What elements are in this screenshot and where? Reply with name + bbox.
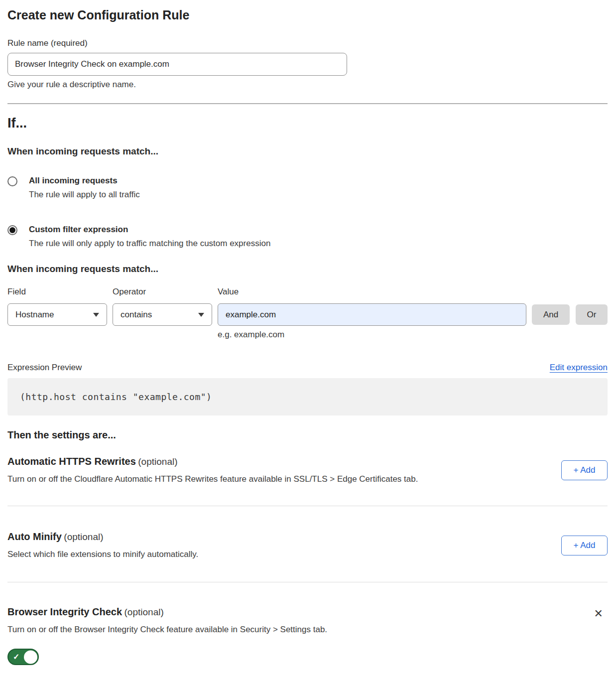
browser-integrity-check-toggle[interactable]: ✓ xyxy=(7,649,39,665)
radio-option-description: The rule will apply to all traffic xyxy=(29,190,140,200)
filter-controls-row: Hostname contains And Or xyxy=(7,303,608,326)
edit-expression-link[interactable]: Edit expression xyxy=(550,363,608,373)
setting-text: Browser Integrity Check (optional) Turn … xyxy=(7,606,327,635)
operator-label: Operator xyxy=(113,287,212,297)
radio-option-all-incoming-requests[interactable]: All incoming requests The rule will appl… xyxy=(7,176,608,200)
setting-automatic-https-rewrites: Automatic HTTPS Rewrites (optional) Turn… xyxy=(7,456,608,484)
radio-option-description: The rule will only apply to traffic matc… xyxy=(29,239,270,249)
setting-title-row: Automatic HTTPS Rewrites (optional) xyxy=(7,456,418,467)
rule-name-input[interactable] xyxy=(7,53,347,76)
setting-description: Turn on or off the Cloudflare Automatic … xyxy=(7,474,418,484)
field-label: Field xyxy=(7,287,107,297)
section-divider xyxy=(7,103,608,104)
expression-preview-label: Expression Preview xyxy=(7,363,82,373)
setting-title: Browser Integrity Check xyxy=(7,606,122,617)
setting-optional-tag: (optional) xyxy=(138,456,177,467)
setting-auto-minify: Auto Minify (optional) Select which file… xyxy=(7,531,608,559)
rule-name-helper: Give your rule a descriptive name. xyxy=(7,80,608,90)
expression-preview-box: (http.host contains "example.com") xyxy=(7,378,608,415)
setting-optional-tag: (optional) xyxy=(124,607,164,617)
page-title: Create new Configuration Rule xyxy=(7,8,608,22)
add-auto-minify-button[interactable]: + Add xyxy=(561,536,608,555)
radio-option-text: Custom filter expression The rule will o… xyxy=(29,225,270,249)
close-icon[interactable]: ✕ xyxy=(594,608,603,619)
setting-title: Automatic HTTPS Rewrites xyxy=(7,456,136,467)
rule-name-label: Rule name (required) xyxy=(7,38,608,48)
setting-description: Turn on or off the Browser Integrity Che… xyxy=(7,625,327,635)
checkmark-icon: ✓ xyxy=(13,652,19,662)
radio-option-label: Custom filter expression xyxy=(29,225,270,235)
if-heading: If... xyxy=(7,116,608,131)
expression-preview-row: Expression Preview Edit expression xyxy=(7,363,608,373)
radio-option-custom-filter-expression[interactable]: Custom filter expression The rule will o… xyxy=(7,225,608,249)
expression-code: (http.host contains "example.com") xyxy=(20,392,212,402)
and-button[interactable]: And xyxy=(532,304,570,325)
value-input[interactable] xyxy=(218,303,526,326)
field-select[interactable]: Hostname xyxy=(7,303,107,326)
setting-description: Select which file extensions to minify a… xyxy=(7,549,198,559)
chevron-down-icon xyxy=(93,313,99,317)
chevron-down-icon xyxy=(198,313,204,317)
field-select-value: Hostname xyxy=(15,310,54,320)
operator-select[interactable]: contains xyxy=(113,303,212,326)
setting-title-row: Auto Minify (optional) xyxy=(7,531,198,543)
radio-option-label: All incoming requests xyxy=(29,176,140,186)
filter-match-heading: When incoming requests match... xyxy=(7,264,608,274)
setting-title-row: Browser Integrity Check (optional) xyxy=(7,606,327,618)
match-heading: When incoming requests match... xyxy=(7,146,608,157)
setting-text: Automatic HTTPS Rewrites (optional) Turn… xyxy=(7,456,418,484)
then-settings-heading: Then the settings are... xyxy=(7,429,608,441)
add-automatic-https-rewrites-button[interactable]: + Add xyxy=(561,460,608,480)
radio-selected-icon[interactable] xyxy=(7,225,17,235)
filter-column-labels: Field Operator Value xyxy=(7,287,608,297)
setting-optional-tag: (optional) xyxy=(64,532,103,542)
create-configuration-rule-form: Create new Configuration Rule Rule name … xyxy=(0,8,616,667)
toggle-knob xyxy=(24,650,37,664)
radio-option-text: All incoming requests The rule will appl… xyxy=(29,176,140,200)
setting-title: Auto Minify xyxy=(7,531,62,542)
value-helper: e.g. example.com xyxy=(218,330,608,340)
setting-divider xyxy=(7,582,608,582)
operator-select-value: contains xyxy=(121,310,152,320)
setting-divider xyxy=(7,506,608,506)
or-button[interactable]: Or xyxy=(576,304,608,325)
value-label: Value xyxy=(218,287,526,297)
radio-unselected-icon[interactable] xyxy=(7,176,17,186)
setting-browser-integrity-check: Browser Integrity Check (optional) Turn … xyxy=(7,606,608,635)
setting-text: Auto Minify (optional) Select which file… xyxy=(7,531,198,559)
